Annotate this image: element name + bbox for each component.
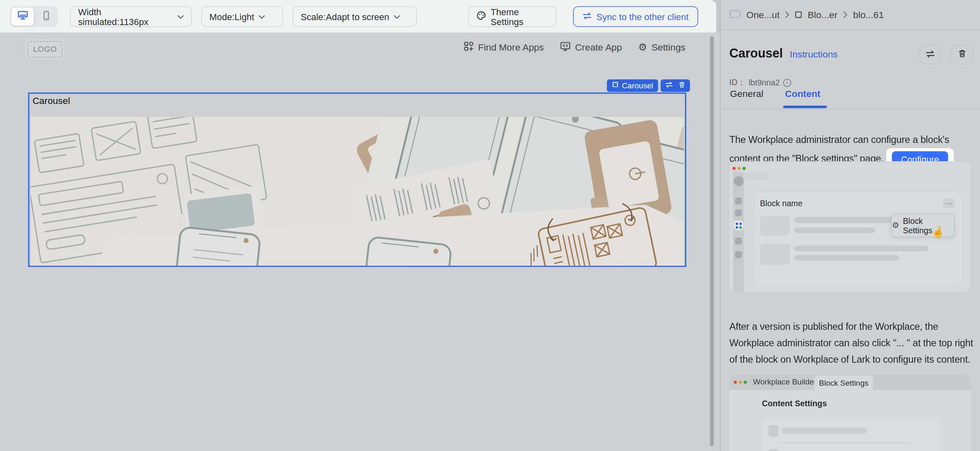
breadcrumb-app[interactable]: One...ut	[746, 9, 780, 20]
sidebar-item	[735, 198, 742, 205]
chevron-down-icon	[393, 15, 400, 19]
swap-block-button[interactable]	[919, 45, 941, 64]
carousel-block-title: Carousel	[32, 95, 70, 106]
tab-content[interactable]: Content	[785, 88, 820, 99]
traffic-red-icon	[732, 167, 736, 170]
sidebar-item	[735, 237, 742, 244]
hand-cursor-icon: ☝	[931, 225, 945, 239]
tabs-divider	[720, 109, 980, 110]
panel-title: Carousel	[729, 46, 783, 61]
gear-icon: ⚙	[638, 42, 647, 52]
logo-label: LOGO	[33, 45, 57, 53]
block-settings-illustration: Block name ⋯ ⚙ Block Settings ☝	[729, 161, 971, 292]
block-settings-menu-label: Block Settings	[903, 216, 954, 235]
tab-general[interactable]: General	[730, 88, 763, 99]
device-toggle	[10, 6, 58, 27]
ellipsis-icon: ⋯	[945, 199, 952, 207]
divider	[781, 442, 911, 443]
placeholder-thumb	[760, 244, 790, 265]
block-settings-tab-label: Block Settings	[819, 378, 869, 387]
id-value: lbt9nna2	[749, 78, 780, 87]
sync-to-other-client-button[interactable]: Sync to the other client	[573, 6, 698, 27]
traffic-red-icon	[734, 381, 737, 384]
traffic-yellow-icon	[738, 167, 741, 170]
chevron-down-icon	[259, 15, 265, 19]
placeholder-bar	[794, 246, 928, 251]
settings-item[interactable]: ⚙ Settings	[638, 42, 686, 53]
theme-settings-button[interactable]: Theme Settings	[468, 6, 557, 27]
carousel-block[interactable]: Carousel	[28, 92, 686, 267]
create-app-item[interactable]: Create App	[560, 41, 622, 53]
create-app-label: Create App	[575, 42, 622, 53]
trash-icon[interactable]	[678, 81, 686, 90]
carousel-photo	[31, 117, 684, 266]
traffic-green-icon	[743, 167, 746, 170]
breadcrumb-builder[interactable]: Blo...er	[808, 9, 837, 20]
traffic-yellow-icon	[739, 381, 742, 384]
block-settings-menu: ⚙ Block Settings	[891, 214, 955, 237]
mobile-icon	[42, 10, 51, 23]
placeholder-bar	[781, 428, 867, 434]
illustration-sidebar	[733, 172, 744, 292]
placeholder-thumb	[768, 425, 779, 437]
block-type-badge[interactable]: Carousel	[607, 79, 658, 92]
placeholder-thumb	[760, 216, 790, 236]
desktop-icon	[17, 11, 28, 23]
breadcrumb: One...ut Blo...er blo...61	[720, 0, 980, 30]
traffic-green-icon	[744, 381, 747, 384]
mode-label: Mode:Light	[209, 12, 254, 21]
mode-dropdown[interactable]: Mode:Light	[201, 6, 283, 27]
placeholder-bar	[794, 255, 899, 261]
preview-canvas: LOGO Find More Apps Create App ⚙ Setting…	[0, 32, 720, 451]
avatar	[734, 176, 743, 186]
find-more-apps-item[interactable]: Find More Apps	[464, 41, 544, 53]
width-simulated-label: Width simulated:1136px	[78, 7, 173, 27]
chevron-right-icon	[843, 9, 848, 20]
panel-title-row: Carousel Instructions	[729, 46, 838, 61]
scale-label: Scale:Adapt to screen	[301, 12, 389, 21]
config-panel: One...ut Blo...er blo...61 Carousel Inst…	[720, 0, 980, 451]
component-icon	[612, 81, 619, 90]
illustration-tab	[744, 173, 769, 180]
block-id-row: ID： lbt9nna2 i	[729, 77, 791, 88]
active-tab-indicator	[783, 106, 827, 108]
id-label: ID：	[729, 77, 746, 88]
theme-settings-label: Theme Settings	[491, 7, 548, 27]
more-options-button: ⋯	[943, 198, 954, 208]
canvas-scrollbar[interactable]	[710, 36, 714, 446]
content-settings-card	[762, 419, 941, 451]
block-badge-row: Carousel	[607, 79, 690, 92]
sidebar-item-active	[734, 221, 743, 230]
block-badge-label: Carousel	[622, 81, 653, 90]
content-settings-illustration: Workplace Builder Block Settings Content…	[729, 374, 971, 451]
block-settings-tab: Block Settings	[814, 376, 873, 390]
apps-grid-icon	[464, 41, 474, 53]
workplace-builder-tab: Workplace Builder	[753, 377, 817, 386]
placeholder-bar	[794, 228, 875, 233]
instructions-link[interactable]: Instructions	[790, 49, 838, 60]
swap-icon	[925, 49, 935, 60]
width-simulated-dropdown[interactable]: Width simulated:1136px	[70, 6, 192, 27]
desktop-toggle-button[interactable]	[11, 7, 34, 25]
gear-icon: ⚙	[892, 221, 899, 230]
sidebar-item	[735, 251, 742, 258]
palette-icon	[476, 11, 486, 23]
app-outline-icon	[729, 9, 741, 20]
logo-placeholder[interactable]: LOGO	[25, 39, 65, 59]
sync-label: Sync to the other client	[596, 12, 688, 21]
sidebar-item	[735, 209, 742, 216]
chevron-down-icon	[177, 15, 184, 19]
trash-icon	[957, 49, 967, 61]
chevron-right-icon	[785, 9, 790, 20]
settings-label: Settings	[651, 42, 685, 53]
mobile-toggle-button[interactable]	[35, 7, 58, 25]
swap-icon[interactable]	[665, 81, 673, 90]
info-icon[interactable]: i	[783, 78, 791, 87]
breadcrumb-block: blo...61	[853, 9, 884, 20]
builder-toolbar: Width simulated:1136px Mode:Light Scale:…	[0, 0, 716, 32]
publish-description: After a version is published for the Wor…	[729, 318, 980, 367]
scale-dropdown[interactable]: Scale:Adapt to screen	[292, 6, 417, 27]
block-outline-icon	[795, 9, 802, 20]
delete-block-button[interactable]	[951, 45, 973, 64]
block-actions-badge	[660, 79, 690, 92]
